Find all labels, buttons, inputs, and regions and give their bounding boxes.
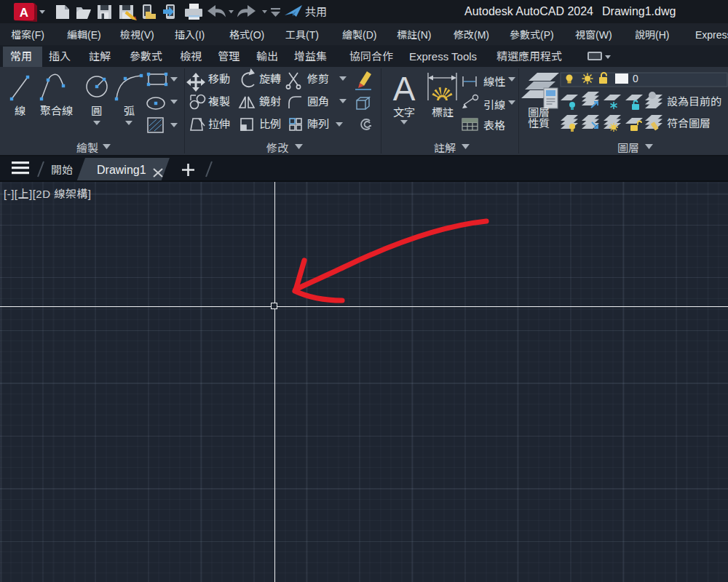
svg-text:A: A (20, 6, 28, 20)
